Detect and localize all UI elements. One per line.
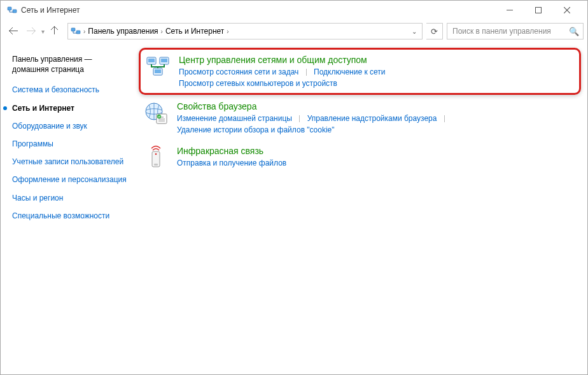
svg-rect-18 (154, 164, 158, 166)
network-icon (71, 26, 81, 36)
category-title[interactable]: Свойства браузера (177, 101, 450, 111)
sidebar-item-system[interactable]: Система и безопасность (12, 85, 131, 95)
address-bar[interactable]: › Панель управления › Сеть и Интернет › … (67, 23, 423, 39)
task-link[interactable]: Управление надстройками браузера (307, 114, 437, 123)
sidebar-item-appearance[interactable]: Оформление и персонализация (12, 174, 131, 185)
search-input[interactable] (451, 26, 569, 36)
back-button[interactable]: 🡠 (4, 22, 22, 40)
navbar: 🡠 🡢 ▾ 🡡 › Панель управления › Сеть и Инт… (1, 20, 587, 43)
svg-rect-9 (148, 59, 155, 62)
refresh-button[interactable]: ⟳ (426, 23, 443, 39)
network-center-icon (144, 53, 171, 80)
forward-button[interactable]: 🡢 (22, 22, 40, 40)
task-link[interactable]: Отправка и получение файлов (177, 159, 286, 167)
control-panel-window: Сеть и Интернет 🡠 🡢 ▾ 🡡 › Панель управле… (0, 0, 588, 375)
maximize-button[interactable] (524, 1, 552, 20)
sidebar-item-hardware[interactable]: Оборудование и звук (12, 121, 131, 131)
svg-rect-13 (155, 69, 161, 73)
category-browser-properties: Свойства браузера Изменение домашней стр… (143, 100, 575, 136)
sidebar-item-clock[interactable]: Часы и регион (12, 193, 131, 203)
network-icon (7, 5, 17, 15)
breadcrumb-item[interactable]: Сеть и Интернет (163, 27, 227, 36)
browser-properties-icon (143, 100, 169, 127)
category-network-center: Центр управления сетями и общим доступом… (144, 53, 573, 89)
svg-rect-11 (161, 59, 167, 62)
task-link[interactable]: Подключение к сети (314, 67, 385, 76)
up-button[interactable]: 🡡 (46, 22, 64, 40)
svg-rect-6 (71, 28, 75, 31)
sidebar-item-accounts[interactable]: Учетные записи пользователей (12, 157, 131, 167)
minimize-button[interactable] (495, 1, 524, 20)
chevron-right-icon[interactable]: › (227, 28, 228, 35)
sidebar-item-network[interactable]: Сеть и Интернет (12, 103, 131, 113)
search-box[interactable]: 🔍 (447, 23, 584, 39)
sidebar-home-line2: домашняя страница (12, 65, 84, 74)
breadcrumb-item[interactable]: Панель управления (85, 27, 160, 36)
sidebar-home[interactable]: Панель управления — домашняя страница (12, 54, 131, 74)
sidebar: Панель управления — домашняя страница Си… (1, 43, 137, 374)
search-icon[interactable]: 🔍 (569, 27, 579, 36)
svg-rect-3 (535, 8, 541, 13)
addressbar-dropdown-icon[interactable]: ⌄ (409, 28, 419, 35)
svg-point-16 (157, 115, 161, 118)
highlight-box: Центр управления сетями и общим доступом… (139, 48, 581, 95)
svg-point-19 (155, 153, 157, 155)
task-link[interactable]: Изменение домашней страницы (177, 114, 292, 123)
titlebar: Сеть и Интернет (1, 1, 587, 20)
category-title[interactable]: Центр управления сетями и общим доступом (179, 55, 386, 65)
task-link[interactable]: Просмотр сетевых компьютеров и устройств (179, 79, 337, 88)
close-button[interactable] (552, 1, 581, 20)
window-title: Сеть и Интернет (21, 6, 80, 15)
category-title[interactable]: Инфракрасная связь (177, 146, 286, 156)
sidebar-item-accessibility[interactable]: Специальные возможности (12, 211, 131, 221)
svg-rect-0 (8, 7, 11, 10)
sidebar-home-line1: Панель управления — (12, 55, 92, 64)
category-infrared: Инфракрасная связь Отправка и получение … (143, 145, 575, 171)
sidebar-item-programs[interactable]: Программы (12, 139, 131, 149)
task-link[interactable]: Просмотр состояния сети и задач (179, 67, 298, 76)
task-link[interactable]: Удаление истории обзора и файлов "cookie… (177, 125, 335, 134)
history-dropdown-icon[interactable]: ▾ (40, 28, 46, 35)
infrared-icon (143, 145, 169, 171)
main-content: Центр управления сетями и общим доступом… (137, 43, 587, 374)
